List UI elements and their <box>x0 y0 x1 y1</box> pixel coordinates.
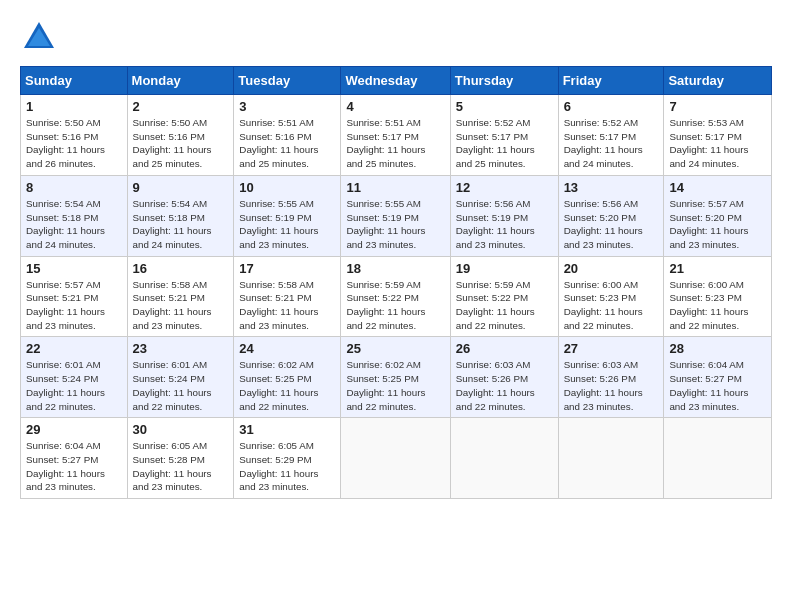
day-info: Sunrise: 5:52 AM Sunset: 5:17 PM Dayligh… <box>564 116 659 171</box>
calendar-header-monday: Monday <box>127 67 234 95</box>
calendar-week-5: 29Sunrise: 6:04 AM Sunset: 5:27 PM Dayli… <box>21 418 772 499</box>
calendar-header-saturday: Saturday <box>664 67 772 95</box>
calendar-cell: 28Sunrise: 6:04 AM Sunset: 5:27 PM Dayli… <box>664 337 772 418</box>
day-info: Sunrise: 5:57 AM Sunset: 5:21 PM Dayligh… <box>26 278 122 333</box>
day-info: Sunrise: 5:58 AM Sunset: 5:21 PM Dayligh… <box>239 278 335 333</box>
calendar-cell: 10Sunrise: 5:55 AM Sunset: 5:19 PM Dayli… <box>234 175 341 256</box>
day-info: Sunrise: 6:05 AM Sunset: 5:28 PM Dayligh… <box>133 439 229 494</box>
day-number: 6 <box>564 99 659 114</box>
day-info: Sunrise: 5:54 AM Sunset: 5:18 PM Dayligh… <box>26 197 122 252</box>
calendar-cell <box>341 418 450 499</box>
day-number: 18 <box>346 261 444 276</box>
day-number: 29 <box>26 422 122 437</box>
calendar-week-1: 1Sunrise: 5:50 AM Sunset: 5:16 PM Daylig… <box>21 95 772 176</box>
calendar-cell: 14Sunrise: 5:57 AM Sunset: 5:20 PM Dayli… <box>664 175 772 256</box>
day-info: Sunrise: 5:51 AM Sunset: 5:17 PM Dayligh… <box>346 116 444 171</box>
calendar-cell <box>450 418 558 499</box>
calendar-cell: 1Sunrise: 5:50 AM Sunset: 5:16 PM Daylig… <box>21 95 128 176</box>
calendar-cell: 22Sunrise: 6:01 AM Sunset: 5:24 PM Dayli… <box>21 337 128 418</box>
calendar-cell: 11Sunrise: 5:55 AM Sunset: 5:19 PM Dayli… <box>341 175 450 256</box>
day-number: 30 <box>133 422 229 437</box>
day-number: 20 <box>564 261 659 276</box>
calendar-week-3: 15Sunrise: 5:57 AM Sunset: 5:21 PM Dayli… <box>21 256 772 337</box>
calendar-cell: 27Sunrise: 6:03 AM Sunset: 5:26 PM Dayli… <box>558 337 664 418</box>
day-info: Sunrise: 6:02 AM Sunset: 5:25 PM Dayligh… <box>239 358 335 413</box>
day-number: 19 <box>456 261 553 276</box>
calendar-table: SundayMondayTuesdayWednesdayThursdayFrid… <box>20 66 772 499</box>
calendar-header-row: SundayMondayTuesdayWednesdayThursdayFrid… <box>21 67 772 95</box>
day-number: 7 <box>669 99 766 114</box>
day-info: Sunrise: 6:05 AM Sunset: 5:29 PM Dayligh… <box>239 439 335 494</box>
calendar-cell: 31Sunrise: 6:05 AM Sunset: 5:29 PM Dayli… <box>234 418 341 499</box>
calendar-cell: 29Sunrise: 6:04 AM Sunset: 5:27 PM Dayli… <box>21 418 128 499</box>
day-number: 8 <box>26 180 122 195</box>
day-info: Sunrise: 5:56 AM Sunset: 5:20 PM Dayligh… <box>564 197 659 252</box>
calendar-cell: 7Sunrise: 5:53 AM Sunset: 5:17 PM Daylig… <box>664 95 772 176</box>
day-number: 25 <box>346 341 444 356</box>
day-number: 22 <box>26 341 122 356</box>
day-info: Sunrise: 5:59 AM Sunset: 5:22 PM Dayligh… <box>456 278 553 333</box>
calendar-header-thursday: Thursday <box>450 67 558 95</box>
day-info: Sunrise: 5:51 AM Sunset: 5:16 PM Dayligh… <box>239 116 335 171</box>
calendar-cell: 8Sunrise: 5:54 AM Sunset: 5:18 PM Daylig… <box>21 175 128 256</box>
day-number: 10 <box>239 180 335 195</box>
day-info: Sunrise: 6:03 AM Sunset: 5:26 PM Dayligh… <box>564 358 659 413</box>
day-info: Sunrise: 5:52 AM Sunset: 5:17 PM Dayligh… <box>456 116 553 171</box>
day-info: Sunrise: 5:50 AM Sunset: 5:16 PM Dayligh… <box>133 116 229 171</box>
day-info: Sunrise: 5:53 AM Sunset: 5:17 PM Dayligh… <box>669 116 766 171</box>
calendar-header-sunday: Sunday <box>21 67 128 95</box>
calendar-cell: 30Sunrise: 6:05 AM Sunset: 5:28 PM Dayli… <box>127 418 234 499</box>
day-info: Sunrise: 6:00 AM Sunset: 5:23 PM Dayligh… <box>669 278 766 333</box>
day-number: 9 <box>133 180 229 195</box>
calendar-cell: 23Sunrise: 6:01 AM Sunset: 5:24 PM Dayli… <box>127 337 234 418</box>
calendar-cell: 18Sunrise: 5:59 AM Sunset: 5:22 PM Dayli… <box>341 256 450 337</box>
calendar-header-wednesday: Wednesday <box>341 67 450 95</box>
calendar-cell: 9Sunrise: 5:54 AM Sunset: 5:18 PM Daylig… <box>127 175 234 256</box>
day-info: Sunrise: 5:56 AM Sunset: 5:19 PM Dayligh… <box>456 197 553 252</box>
day-number: 4 <box>346 99 444 114</box>
day-info: Sunrise: 6:01 AM Sunset: 5:24 PM Dayligh… <box>133 358 229 413</box>
day-info: Sunrise: 5:55 AM Sunset: 5:19 PM Dayligh… <box>239 197 335 252</box>
day-number: 31 <box>239 422 335 437</box>
day-info: Sunrise: 5:58 AM Sunset: 5:21 PM Dayligh… <box>133 278 229 333</box>
calendar-cell: 4Sunrise: 5:51 AM Sunset: 5:17 PM Daylig… <box>341 95 450 176</box>
calendar-cell: 26Sunrise: 6:03 AM Sunset: 5:26 PM Dayli… <box>450 337 558 418</box>
day-info: Sunrise: 5:55 AM Sunset: 5:19 PM Dayligh… <box>346 197 444 252</box>
day-number: 27 <box>564 341 659 356</box>
calendar-header-friday: Friday <box>558 67 664 95</box>
day-number: 28 <box>669 341 766 356</box>
day-info: Sunrise: 5:59 AM Sunset: 5:22 PM Dayligh… <box>346 278 444 333</box>
day-number: 5 <box>456 99 553 114</box>
day-info: Sunrise: 5:50 AM Sunset: 5:16 PM Dayligh… <box>26 116 122 171</box>
calendar-cell: 24Sunrise: 6:02 AM Sunset: 5:25 PM Dayli… <box>234 337 341 418</box>
day-number: 23 <box>133 341 229 356</box>
calendar-week-4: 22Sunrise: 6:01 AM Sunset: 5:24 PM Dayli… <box>21 337 772 418</box>
day-number: 13 <box>564 180 659 195</box>
day-number: 12 <box>456 180 553 195</box>
calendar-cell: 21Sunrise: 6:00 AM Sunset: 5:23 PM Dayli… <box>664 256 772 337</box>
day-info: Sunrise: 6:02 AM Sunset: 5:25 PM Dayligh… <box>346 358 444 413</box>
day-number: 11 <box>346 180 444 195</box>
day-info: Sunrise: 6:00 AM Sunset: 5:23 PM Dayligh… <box>564 278 659 333</box>
header <box>20 18 772 56</box>
calendar-cell: 17Sunrise: 5:58 AM Sunset: 5:21 PM Dayli… <box>234 256 341 337</box>
calendar-header-tuesday: Tuesday <box>234 67 341 95</box>
calendar-cell: 2Sunrise: 5:50 AM Sunset: 5:16 PM Daylig… <box>127 95 234 176</box>
logo <box>20 18 64 56</box>
day-info: Sunrise: 6:03 AM Sunset: 5:26 PM Dayligh… <box>456 358 553 413</box>
calendar-cell <box>558 418 664 499</box>
day-number: 1 <box>26 99 122 114</box>
day-info: Sunrise: 6:01 AM Sunset: 5:24 PM Dayligh… <box>26 358 122 413</box>
calendar-cell: 13Sunrise: 5:56 AM Sunset: 5:20 PM Dayli… <box>558 175 664 256</box>
day-number: 3 <box>239 99 335 114</box>
page: SundayMondayTuesdayWednesdayThursdayFrid… <box>0 0 792 509</box>
calendar-cell: 3Sunrise: 5:51 AM Sunset: 5:16 PM Daylig… <box>234 95 341 176</box>
calendar-cell: 25Sunrise: 6:02 AM Sunset: 5:25 PM Dayli… <box>341 337 450 418</box>
calendar-cell: 16Sunrise: 5:58 AM Sunset: 5:21 PM Dayli… <box>127 256 234 337</box>
day-info: Sunrise: 5:57 AM Sunset: 5:20 PM Dayligh… <box>669 197 766 252</box>
calendar-cell: 12Sunrise: 5:56 AM Sunset: 5:19 PM Dayli… <box>450 175 558 256</box>
day-number: 24 <box>239 341 335 356</box>
day-info: Sunrise: 6:04 AM Sunset: 5:27 PM Dayligh… <box>669 358 766 413</box>
calendar-cell: 15Sunrise: 5:57 AM Sunset: 5:21 PM Dayli… <box>21 256 128 337</box>
day-number: 26 <box>456 341 553 356</box>
